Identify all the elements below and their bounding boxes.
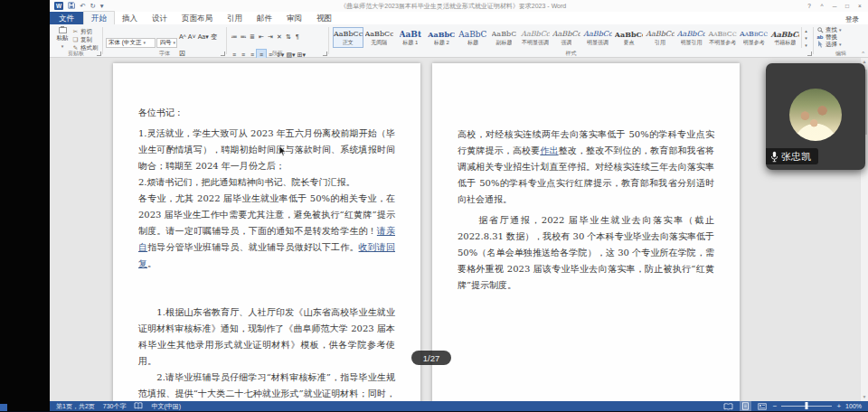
sign-in-button[interactable]: 登录	[845, 15, 868, 24]
proofing-icon[interactable]	[134, 402, 143, 410]
language-status[interactable]: 中文(中国)	[151, 402, 181, 411]
style-preview: AaBbCcDd	[521, 30, 550, 39]
multilevel-list-button[interactable]: ≣	[248, 33, 257, 42]
page-1-content[interactable]: 各位书记：1.灵活就业，学生大致可从 2023 年五六月份离校前期开始（毕业生可…	[113, 63, 420, 401]
change-case-button[interactable]: Aa▾	[197, 33, 210, 42]
clipboard-dialog-launcher-icon[interactable]	[97, 52, 101, 56]
tab-开始[interactable]: 开始	[83, 11, 115, 24]
grow-font-button[interactable]: A^	[178, 32, 187, 42]
style-标题 2[interactable]: AaBbC标题 2	[427, 27, 458, 48]
paragraph-dialog-launcher-icon[interactable]	[323, 52, 327, 56]
paragraph-marks-button[interactable]: ¶	[293, 32, 302, 42]
dropdown-caret-icon: ▾	[173, 40, 175, 45]
zoom-in-button[interactable]: +	[836, 402, 841, 411]
decrease-indent-button[interactable]: ⇤	[257, 33, 266, 42]
style-书籍标题[interactable]: AaBbCcDd书籍标题	[769, 27, 800, 48]
style-强调[interactable]: AaBbCcDd强调	[552, 27, 582, 48]
copy-button[interactable]: ❏复制	[72, 36, 99, 43]
zoom-slider-thumb[interactable]	[806, 402, 808, 409]
style-正文[interactable]: AaBbCcDd正文	[333, 27, 363, 48]
save-icon[interactable]	[68, 2, 75, 11]
text-run: 指导分管毕业班辅导员、就业辅导员做好以下工作。	[147, 242, 358, 252]
text-run: 据省厅通报，2022 届毕业生就业去向落实率（截止 2022.8.31 数据），…	[458, 215, 714, 290]
style-标题[interactable]: AaBbC标题	[458, 27, 488, 48]
page-2-content[interactable]: 高校，对经核实连续两年去向落实率低于 50%的学科专业点实行黄牌提示，高校要作出…	[432, 63, 740, 294]
gallery-up-icon[interactable]: ▴	[802, 27, 810, 34]
style-明显引用[interactable]: AaBbCcDd明显引用	[676, 27, 707, 48]
tab-引用[interactable]: 引用	[220, 12, 250, 24]
zoom-out-button[interactable]: −	[773, 402, 778, 411]
web-layout-button[interactable]	[756, 401, 769, 411]
tab-邮件[interactable]: 邮件	[250, 12, 279, 24]
word-count-status[interactable]: 730个字	[103, 402, 127, 411]
style-label: 无间隔	[371, 39, 387, 46]
document-area[interactable]: 各位书记：1.灵活就业，学生大致可从 2023 年五六月份离校前期开始（毕业生可…	[50, 58, 868, 401]
ribbon-display-options-button[interactable]: ^	[816, 1, 828, 12]
style-不明显强调[interactable]: AaBbCcDd不明显强调	[520, 27, 551, 48]
numbering-button[interactable]: ≕	[239, 33, 248, 42]
tab-插入[interactable]: 插入	[115, 12, 145, 24]
paste-label: 粘贴	[57, 34, 69, 42]
print-layout-button[interactable]	[740, 401, 751, 411]
font-name-value: 宋体 (中文正	[108, 39, 141, 47]
style-副标题[interactable]: AaBbC副标题	[489, 27, 520, 48]
paragraph-buttons-row1: ≔≕≣⇤⇥✕⇅¶	[230, 26, 302, 42]
style-label: 标题 1	[402, 39, 418, 46]
help-button[interactable]: ?	[803, 1, 816, 12]
text-run: 各位书记：	[138, 108, 184, 117]
asian-layout-button[interactable]: ✕	[275, 33, 284, 42]
editing-group-label: 编辑	[814, 50, 868, 57]
replace-button[interactable]: ab替换	[816, 33, 865, 41]
tab-设计[interactable]: 设计	[145, 12, 175, 24]
paragraph: 各位书记：	[138, 105, 395, 121]
shrink-font-button[interactable]: A˅	[187, 32, 197, 42]
tab-页面布局[interactable]: 页面布局	[175, 12, 220, 24]
participant-name-tag: 张忠凯	[766, 148, 818, 164]
style-label: 强调	[561, 39, 571, 46]
font-dialog-launcher-icon[interactable]	[221, 52, 225, 56]
zoom-level[interactable]: 100%	[845, 403, 862, 409]
increase-indent-button[interactable]: ⇥	[266, 33, 275, 42]
ribbon-tabs: 文件开始插入设计页面布局引用邮件审阅视图	[50, 12, 339, 24]
font-name-select[interactable]: 宋体 (中文正 ▾	[106, 38, 156, 48]
tab-审阅[interactable]: 审阅	[279, 12, 309, 24]
page-number-status[interactable]: 第1页，共2页	[56, 402, 95, 411]
text-run: 1.根据山东省教育厅、人社厅印发《山东省高校毕业生就业证明材料审核标准》通知，现…	[138, 307, 395, 366]
paste-button[interactable]: 粘贴 ▾	[52, 26, 72, 49]
select-button[interactable]: 选择▾	[816, 41, 865, 48]
word-logo-icon: W	[54, 2, 63, 10]
scroll-down-icon[interactable]: ▼	[861, 393, 868, 401]
redo-icon[interactable]: ↻	[90, 2, 95, 10]
paragraph: 1.灵活就业，学生大致可从 2023 年五六月份离校前期开始（毕业生可酌情填写）…	[138, 126, 395, 174]
style-preview: AaBt	[400, 30, 422, 39]
style-preview: AaBbCcDd	[552, 30, 581, 39]
cut-button[interactable]: ✂剪切	[72, 28, 99, 35]
maximize-button[interactable]: □	[841, 1, 854, 12]
undo-icon[interactable]: ↶	[80, 2, 85, 10]
collapse-ribbon-icon[interactable]: ^	[862, 51, 864, 56]
tab-视图[interactable]: 视图	[309, 12, 339, 24]
style-引用[interactable]: AaBbCcDd引用	[645, 27, 675, 48]
style-label: 不明显参考	[709, 39, 736, 46]
gallery-more-icon[interactable]: ▾	[802, 42, 810, 49]
gallery-down-icon[interactable]: ▾	[802, 34, 810, 42]
close-button[interactable]: ×	[854, 1, 866, 12]
style-明显强调[interactable]: AaBbCcDd明显强调	[582, 27, 613, 48]
style-标题 1[interactable]: AaBt标题 1	[395, 27, 426, 48]
style-明显参考[interactable]: AaBbCcDd明显参考	[739, 27, 769, 48]
sort-button[interactable]: ⇅	[284, 33, 293, 42]
zoom-slider[interactable]	[781, 406, 832, 407]
minimize-button[interactable]: ─	[828, 1, 841, 12]
read-mode-button[interactable]	[722, 401, 735, 411]
participant-video-tile[interactable]: 张忠凯	[766, 63, 865, 170]
tab-文件[interactable]: 文件	[50, 12, 83, 24]
style-无间隔[interactable]: AaBbCcDd无间隔	[364, 27, 395, 48]
clipboard-icon	[59, 27, 67, 33]
style-要点[interactable]: AaBbCcDd要点	[614, 27, 645, 48]
styles-dialog-launcher-icon[interactable]	[807, 52, 812, 56]
font-size-select[interactable]: 四号 ▾	[156, 38, 176, 48]
bullets-button[interactable]: ≔	[230, 33, 239, 42]
style-不明显参考[interactable]: AaBbCcDd不明显参考	[707, 27, 738, 48]
find-button[interactable]: 查找▾	[816, 26, 865, 33]
phonetic-guide-button[interactable]: 变	[210, 33, 219, 42]
